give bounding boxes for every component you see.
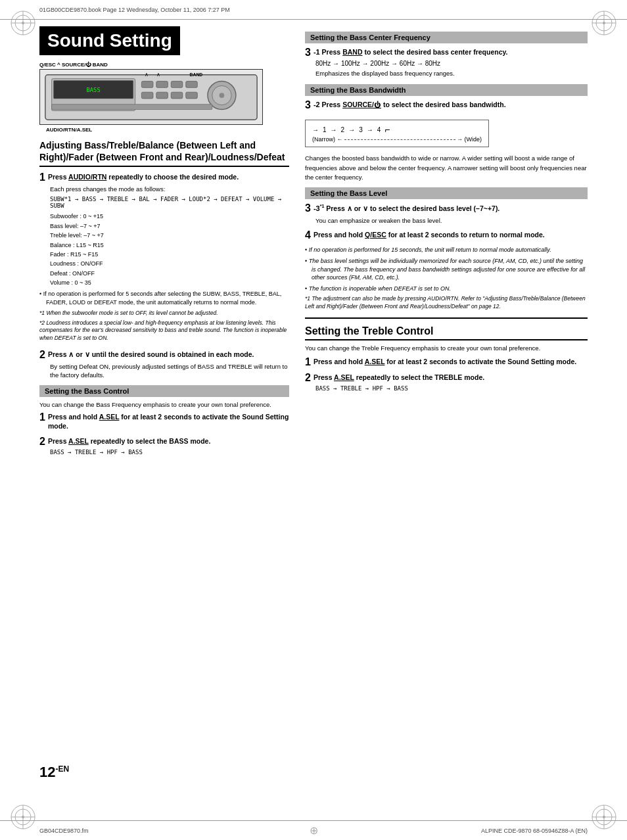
treble-mode-seq: BASS → TREBLE → HPF → BASS xyxy=(315,385,588,392)
bass-bw-step-text: -2 Press SOURCE/⏻ to select the desired … xyxy=(314,100,588,110)
device-top-labels: Q/ESC ^ SOURCE/⏻ BAND xyxy=(39,62,289,68)
main-content: Sound Setting Q/ESC ^ SOURCE/⏻ BAND xyxy=(39,26,588,814)
svg-rect-35 xyxy=(52,105,212,110)
bottom-center-crosshair: ⊕ xyxy=(310,824,318,837)
mode-sequence: SUBW*1 → BASS → TREBLE → BAL → FADER → L… xyxy=(50,196,289,209)
settings-list: Subwoofer : 0 ~ +15 Bass level: –7 ~ +7 … xyxy=(50,212,289,287)
bw-arrow-3: → xyxy=(367,126,373,133)
bass-bandwidth-heading: Setting the Bass Bandwidth xyxy=(305,84,588,96)
bass-level-step-number: 3 xyxy=(305,203,311,214)
treble-step-2: 2 Press A.SEL repeatedly to select the T… xyxy=(305,373,588,394)
treble-step-1: 1 Press and hold A.SEL for at least 2 se… xyxy=(305,357,588,367)
bandwidth-row: → 1 → 2 → 3 → 4 ⌐ xyxy=(312,124,482,135)
bw-wide-label: → (Wide) xyxy=(457,136,482,143)
step-1-number: 1 xyxy=(39,172,45,183)
svg-rect-29 xyxy=(171,82,183,88)
bass-bw-step: 3 -2 Press SOURCE/⏻ to select the desire… xyxy=(305,100,588,110)
settings-item: Defeat : ON/OFF xyxy=(50,269,289,278)
bass-center-step-number: 3 xyxy=(305,47,311,58)
bass-level-sub: You can emphasize or weaken the bass lev… xyxy=(315,216,588,225)
treble-step-2-number: 2 xyxy=(305,373,311,383)
step-1: 1 Press AUDIO/RTN repeatedly to choose t… xyxy=(39,172,289,344)
bass-step-2-text: Press A.SEL repeatedly to select the BAS… xyxy=(48,436,289,446)
step-2-number: 2 xyxy=(39,350,45,360)
audio-rtn-label: AUDIO/RTN/A.SEL xyxy=(39,127,289,133)
footnote-2: *2 Loudness introduces a special low- an… xyxy=(39,319,289,343)
settings-item: Bass level: –7 ~ +7 xyxy=(50,222,289,231)
bass-control-intro: You can change the Bass Frequency emphas… xyxy=(39,401,289,408)
bw-num-1: 1 xyxy=(323,126,327,133)
settings-item: Treble level: –7 ~ +7 xyxy=(50,231,289,240)
footnote-1: *1 When the subwoofer mode is set to OFF… xyxy=(39,310,289,317)
device-area: Q/ESC ^ SOURCE/⏻ BAND BASS xyxy=(39,62,289,133)
svg-text:∧: ∧ xyxy=(145,72,149,78)
right-step-4: 4 Press and hold Q/ESC for at least 2 se… xyxy=(305,230,588,241)
bottom-bar-file: GB04CDE9870.fm xyxy=(39,828,89,834)
top-bar-text: 01GB00CDE9870.book Page 12 Wednesday, Oc… xyxy=(39,7,230,13)
treble-step-2-text: Press A.SEL repeatedly to select the TRE… xyxy=(314,373,588,383)
settings-item: Balance : L15 ~ R15 xyxy=(50,241,289,250)
bass-step-1-text: Press and hold A.SEL for at least 2 seco… xyxy=(48,412,289,431)
svg-rect-33 xyxy=(171,92,183,99)
bottom-bar-product: ALPINE CDE-9870 68-05946Z88-A (EN) xyxy=(481,828,588,834)
svg-point-9 xyxy=(603,22,605,24)
svg-rect-32 xyxy=(156,92,168,99)
bass-bw-step-number: 3 xyxy=(305,100,311,110)
top-bar: 01GB00CDE9870.book Page 12 Wednesday, Oc… xyxy=(0,0,627,20)
main-section-heading: Adjusting Bass/Treble/Balance (Between L… xyxy=(39,139,289,167)
step-1-sub: Each press changes the mode as follows: xyxy=(50,185,289,193)
bass-step-1-number: 1 xyxy=(39,412,45,423)
right-column: Setting the Bass Center Frequency 3 -1 P… xyxy=(305,26,588,463)
divider-treble xyxy=(305,317,588,319)
right-step-4-text: Press and hold Q/ESC for at least 2 seco… xyxy=(314,230,588,240)
step-2: 2 Press ∧ or ∨ until the desired sound i… xyxy=(39,350,289,379)
settings-item: Fader : R15 ~ F15 xyxy=(50,250,289,259)
right-footnote: *1 The adjustment can also be made by pr… xyxy=(305,295,588,311)
step-1-bullet: • If no operation is performed for 5 sec… xyxy=(39,290,289,306)
right-bullet-2: • The bass level settings will be indivi… xyxy=(305,257,588,282)
bass-step-2: 2 Press A.SEL repeatedly to select the B… xyxy=(39,436,289,458)
step-2-sub: By setting Defeat ON, previously adjuste… xyxy=(50,362,289,380)
bw-arrow-start: → xyxy=(312,126,319,133)
bw-arrow-2: → xyxy=(348,126,355,133)
treble-intro: You can change the Treble Frequency emph… xyxy=(305,344,588,352)
bottom-bar: GB04CDE9870.fm ⊕ ALPINE CDE-9870 68-0594… xyxy=(0,820,627,840)
bw-arrow-top: ⌐ xyxy=(384,124,390,135)
bw-num-4: 4 xyxy=(377,126,381,133)
right-bullet-1: • If no operation is performed for 15 se… xyxy=(305,246,588,254)
right-bullet-3: • The function is inoperable when DEFEAT… xyxy=(305,285,588,293)
bass-mode-seq: BASS → TREBLE → HPF → BASS xyxy=(50,449,289,455)
bass-center-step: 3 -1 Press BAND to select the desired ba… xyxy=(305,47,588,79)
bw-arrow-1: → xyxy=(331,126,337,133)
bw-num-3: 3 xyxy=(359,126,363,133)
freq-note: Emphasizes the displayed bass frequency … xyxy=(315,70,588,77)
treble-step-1-number: 1 xyxy=(305,357,311,367)
bw-description: Changes the boosted bass bandwidth to wi… xyxy=(305,154,588,182)
settings-item: Subwoofer : 0 ~ +15 xyxy=(50,212,289,221)
bass-level-step: 3 -3*1 Press ∧ or ∨ to select the desire… xyxy=(305,203,588,225)
svg-rect-31 xyxy=(141,92,153,99)
svg-rect-30 xyxy=(186,82,198,88)
bw-dotted xyxy=(344,139,456,140)
svg-point-26 xyxy=(220,93,225,98)
bass-level-step-text: -3*1 Press ∧ or ∨ to select the desired … xyxy=(314,203,588,214)
device-svg: BASS xyxy=(40,70,262,124)
svg-point-19 xyxy=(603,816,605,818)
svg-rect-27 xyxy=(141,82,153,88)
bass-step-1: 1 Press and hold A.SEL for at least 2 se… xyxy=(39,412,289,431)
svg-point-4 xyxy=(22,22,24,24)
bass-center-step-text: -1 Press BAND to select the desired bass… xyxy=(314,47,588,57)
freq-sequence: 80Hz → 100Hz → 200Hz → 60Hz → 80Hz xyxy=(315,60,588,67)
bandwidth-narrow-wide-row: (Narrow) ← → (Wide) xyxy=(312,136,482,143)
svg-rect-28 xyxy=(156,82,168,88)
bw-narrow-label: (Narrow) ← xyxy=(312,136,343,143)
page-title: Sound Setting xyxy=(39,26,289,62)
step-2-text: Press ∧ or ∨ until the desired sound is … xyxy=(48,350,289,360)
treble-step-1-text: Press and hold A.SEL for at least 2 seco… xyxy=(314,357,588,367)
right-step-4-number: 4 xyxy=(305,230,311,241)
bw-num-2: 2 xyxy=(341,126,345,133)
svg-rect-34 xyxy=(186,92,198,99)
bass-step-2-number: 2 xyxy=(39,436,45,447)
page-number: 12-EN xyxy=(39,764,69,781)
svg-point-14 xyxy=(22,816,24,818)
